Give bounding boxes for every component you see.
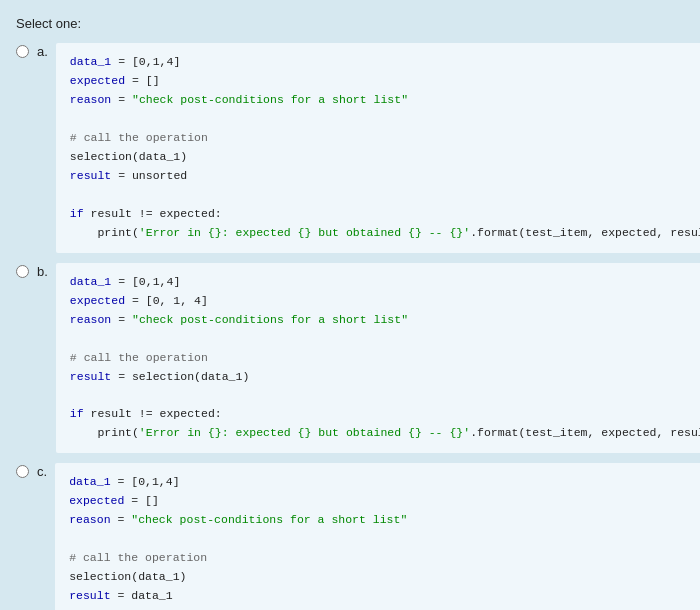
option-c-code: data_1 = [0,1,4] expected = [] reason = …	[55, 463, 700, 610]
radio-b[interactable]	[16, 265, 29, 278]
radio-c[interactable]	[16, 465, 29, 478]
option-a: a. data_1 = [0,1,4] expected = [] reason…	[16, 43, 684, 253]
option-a-letter: a.	[37, 44, 48, 59]
option-c: c. data_1 = [0,1,4] expected = [] reason…	[16, 463, 684, 610]
option-b: b. data_1 = [0,1,4] expected = [0, 1, 4]…	[16, 263, 684, 454]
option-c-letter: c.	[37, 464, 47, 479]
option-b-letter: b.	[37, 264, 48, 279]
radio-a[interactable]	[16, 45, 29, 58]
option-a-code: data_1 = [0,1,4] expected = [] reason = …	[56, 43, 700, 253]
options-container: a. data_1 = [0,1,4] expected = [] reason…	[16, 43, 684, 610]
option-b-code: data_1 = [0,1,4] expected = [0, 1, 4] re…	[56, 263, 700, 454]
question-label: Select one:	[16, 16, 684, 31]
